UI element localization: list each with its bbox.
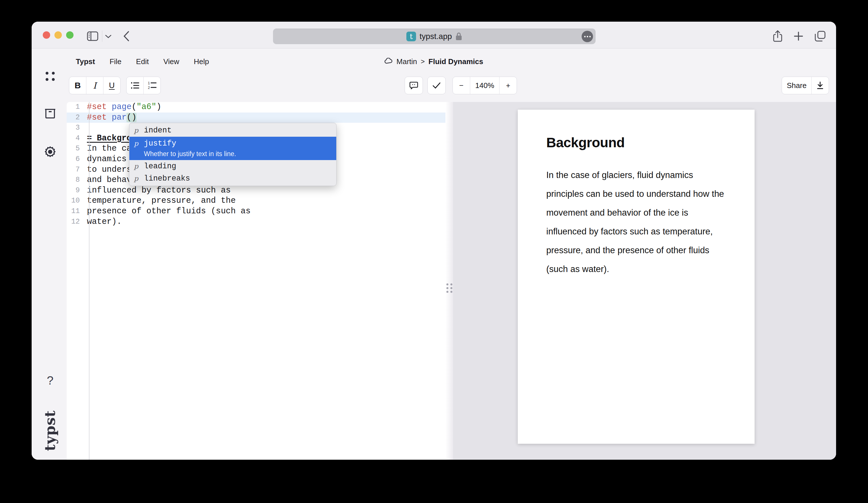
typst-app: ? typst Typst File Edit View Help Martin… xyxy=(32,49,836,460)
browser-window: t typst.app xyxy=(32,22,836,460)
page-settings-button[interactable] xyxy=(582,31,593,42)
line-number: 1 xyxy=(67,102,84,113)
autocomplete-item-justify-selected[interactable]: p justify Whether to justify text in its… xyxy=(130,137,336,160)
code-line[interactable]: 10temperature, pressure, and the xyxy=(67,196,445,206)
files-box-icon[interactable] xyxy=(44,108,56,120)
line-number: 3 xyxy=(67,123,84,133)
bold-button[interactable]: B xyxy=(69,77,86,94)
preview-paragraph-line: (such as water). xyxy=(546,260,724,279)
code-line[interactable]: 9influenced by factors such as xyxy=(67,186,445,196)
code-line[interactable]: 1#set page("a6") xyxy=(67,102,445,113)
bullet-list-button[interactable] xyxy=(126,77,143,94)
menu-help[interactable]: Help xyxy=(194,57,209,66)
url-bar[interactable]: t typst.app xyxy=(273,29,596,44)
line-number: 9 xyxy=(67,186,84,196)
menu-edit[interactable]: Edit xyxy=(136,57,149,66)
lock-icon xyxy=(455,32,462,41)
line-number: 8 xyxy=(67,175,84,186)
toolbar-divider xyxy=(102,31,102,42)
line-number: 5 xyxy=(67,144,84,154)
breadcrumb-document-title[interactable]: Fluid Dynamics xyxy=(428,57,483,66)
code-text: temperature, pressure, and the xyxy=(84,196,236,206)
sidebar-toggle-icon[interactable] xyxy=(86,30,99,42)
text-format-group: B I U xyxy=(69,77,121,94)
typst-logo: typst xyxy=(42,410,59,451)
document-preview-pane: Background In the case of glaciers, flui… xyxy=(453,102,836,460)
cloud-icon xyxy=(384,58,393,65)
param-type-label: p xyxy=(134,126,140,134)
param-type-label: p xyxy=(134,175,140,182)
code-text xyxy=(84,123,87,133)
zoom-in-button[interactable]: + xyxy=(499,77,517,94)
autocomplete-item-indent[interactable]: p indent xyxy=(130,124,336,137)
menu-file[interactable]: File xyxy=(110,57,121,66)
chevron-down-icon[interactable] xyxy=(104,32,112,40)
help-button[interactable]: ? xyxy=(47,374,53,387)
app-grid-icon[interactable] xyxy=(45,72,55,81)
code-text: water). xyxy=(84,217,122,227)
underline-button[interactable]: U xyxy=(103,77,120,94)
autocomplete-item-label: leading xyxy=(144,162,176,171)
comment-button[interactable] xyxy=(405,77,423,94)
autocomplete-item-linebreaks[interactable]: p linebreaks xyxy=(130,172,336,185)
autocomplete-item-leading[interactable]: p leading xyxy=(130,160,336,172)
preview-paragraph-line: influenced by factors such as temperatur… xyxy=(546,222,724,241)
close-window-button[interactable] xyxy=(43,31,50,39)
line-number: 11 xyxy=(67,206,84,217)
download-button[interactable] xyxy=(811,77,829,94)
line-number: 4 xyxy=(67,133,84,144)
param-type-label: p xyxy=(134,139,140,148)
autocomplete-item-label: justify xyxy=(144,139,176,148)
line-number: 12 xyxy=(67,217,84,227)
share-page-icon[interactable] xyxy=(772,30,784,43)
gutter-divider xyxy=(89,102,90,460)
zoom-out-button[interactable]: − xyxy=(453,77,470,94)
code-text: influenced by factors such as xyxy=(84,186,231,196)
zoom-window-button[interactable] xyxy=(66,31,73,39)
menu-view[interactable]: View xyxy=(163,57,179,66)
back-button[interactable] xyxy=(121,30,132,43)
desktop-background: t typst.app xyxy=(0,0,868,503)
breadcrumb-workspace[interactable]: Martin xyxy=(396,57,417,66)
minimize-window-button[interactable] xyxy=(54,31,62,39)
code-text: presence of other fluids (such as xyxy=(84,206,250,217)
tab-overview-icon[interactable] xyxy=(814,30,827,43)
settings-gear-icon[interactable] xyxy=(44,146,56,159)
new-tab-icon[interactable] xyxy=(792,30,805,43)
preview-page: Background In the case of glaciers, flui… xyxy=(518,110,755,444)
line-number: 6 xyxy=(67,154,84,165)
preview-paragraph-line: In the case of glaciers, fluid dynamics xyxy=(546,166,724,185)
autocomplete-item-label: linebreaks xyxy=(144,174,190,183)
italic-button[interactable]: I xyxy=(86,77,103,94)
browser-toolbar: t typst.app xyxy=(32,22,836,49)
list-format-group: 1 2 xyxy=(126,77,161,94)
code-line[interactable]: 12water). xyxy=(67,217,445,227)
code-text: #set par() xyxy=(84,113,136,123)
preview-heading: Background xyxy=(546,135,624,150)
drag-handle-icon[interactable] xyxy=(446,283,452,293)
preview-paragraph-line: pressure, and the presence of other flui… xyxy=(546,241,724,260)
site-favicon: t xyxy=(406,32,416,41)
autocomplete-dropdown: p indent p justify Whether to justify te… xyxy=(129,123,337,186)
param-type-label: p xyxy=(134,163,140,170)
code-line[interactable]: 2#set par() xyxy=(67,113,445,123)
menu-typst[interactable]: Typst xyxy=(76,57,95,66)
zoom-level-value[interactable]: 140% xyxy=(470,77,499,94)
breadcrumb: Martin > Fluid Dynamics xyxy=(384,56,483,67)
spellcheck-button[interactable] xyxy=(427,77,446,94)
app-menubar: Typst File Edit View Help xyxy=(76,55,209,68)
preview-paragraph: In the case of glaciers, fluid dynamicsp… xyxy=(546,166,724,279)
checkmark-icon xyxy=(428,77,445,94)
svg-text:2: 2 xyxy=(148,86,150,90)
preview-paragraph-line: principles can be used to understand how… xyxy=(546,185,724,203)
numbered-list-button[interactable]: 1 2 xyxy=(143,77,161,94)
zoom-control-group: − 140% + xyxy=(453,77,517,94)
share-group: Share xyxy=(782,77,829,94)
breadcrumb-separator: > xyxy=(421,57,425,65)
line-number: 10 xyxy=(67,196,84,206)
line-number: 7 xyxy=(67,165,84,175)
pane-resize-divider[interactable] xyxy=(445,102,453,460)
share-button[interactable]: Share xyxy=(782,77,811,94)
code-text: #set page("a6") xyxy=(84,102,161,113)
code-line[interactable]: 11presence of other fluids (such as xyxy=(67,206,445,217)
